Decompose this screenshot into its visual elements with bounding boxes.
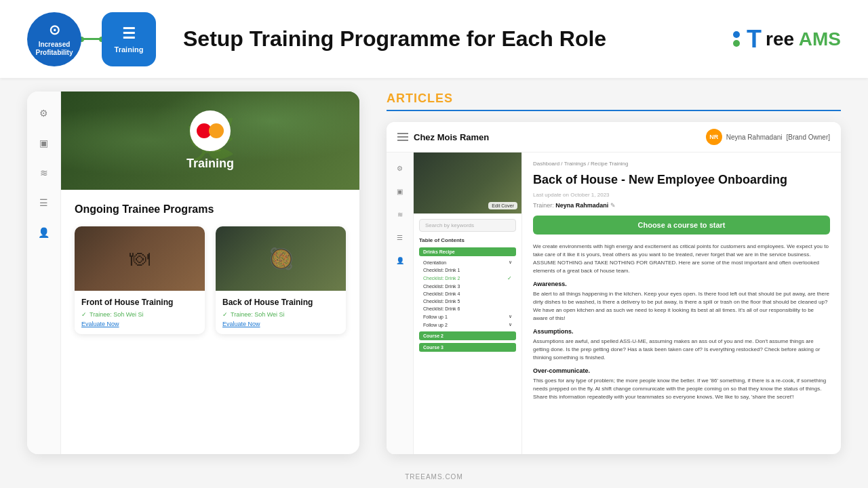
footer: TREEAMS.COM <box>0 468 868 486</box>
mc-yellow-circle <box>209 123 224 138</box>
sub-item-label-3: Checklist: Drink 3 <box>423 284 460 289</box>
articles-header: ARTICLES <box>387 92 841 111</box>
sub-items: Orientation ∨ Checklist: Drink 1 Checkli… <box>419 258 516 329</box>
trainer-line: Trainer: Neyna Rahmadani ✎ <box>533 202 830 209</box>
nav-icon-chart[interactable]: ≋ <box>394 208 406 220</box>
search-box[interactable]: Search by keywords <box>419 219 516 232</box>
sub-item-label-4: Checklist: Drink 4 <box>423 291 460 296</box>
foh-image-placeholder: 🍽 <box>75 226 205 291</box>
step-profitability: ⊙ Increased Profitability <box>27 12 81 66</box>
start-course-button[interactable]: Choose a course to start <box>533 216 830 235</box>
sidebar-icon-tablet[interactable]: ▣ <box>36 135 52 151</box>
section1-body: Be alert to all things happening in the … <box>533 290 830 323</box>
check-icon: ✓ <box>81 311 87 318</box>
foh-title: Front of House Training <box>81 298 198 307</box>
sub-item-0[interactable]: Orientation ∨ <box>419 258 516 266</box>
training-cards: 🍽 Front of House Training ✓ Trainee: Soh… <box>75 226 346 334</box>
hero-label: Training <box>186 157 234 171</box>
articles-title: ARTICLES <box>387 92 841 106</box>
course-thumbnail: Edit Cover <box>414 152 521 214</box>
edit-cover-button[interactable]: Edit Cover <box>488 202 517 209</box>
boh-evaluate[interactable]: Evaluate Now <box>222 321 339 327</box>
sidebar-icon-settings[interactable]: ⚙ <box>36 105 52 121</box>
right-mockup: Chez Mois Ramen NR Neyna Rahmadani [Bran… <box>387 122 841 454</box>
brand-name: Chez Mois Ramen <box>414 132 489 142</box>
course-item-1[interactable]: Drinks Recipe <box>419 247 516 256</box>
hero-logo-circle <box>190 110 231 151</box>
sidebar-icon-list[interactable]: ☰ <box>36 195 52 211</box>
breadcrumb: Dashboard / Trainings / Recipe Training <box>533 161 830 167</box>
mockup-right-content: Dashboard / Trainings / Recipe Training … <box>522 152 841 454</box>
boh-trainee-label: Trainee: Soh Wei Si <box>231 311 285 318</box>
main-content: ⚙ ▣ ≋ ☰ 👤 🌿 Training <box>0 78 868 468</box>
app-sidebar: ⚙ ▣ ≋ ☰ 👤 <box>27 92 61 454</box>
boh-trainee: ✓ Trainee: Soh Wei Si <box>222 311 339 318</box>
sub-item-4[interactable]: Checklist: Drink 4 <box>419 290 516 298</box>
course-nav-panel: Search by keywords Table of Contents Dri… <box>414 214 521 454</box>
training-card-foh[interactable]: 🍽 Front of House Training ✓ Trainee: Soh… <box>75 226 205 334</box>
section3-title: Over-communicate. <box>533 367 830 374</box>
boh-check-icon: ✓ <box>222 311 228 318</box>
sub-item-label-7: Follow up 1 <box>423 314 448 319</box>
card-image-boh: 🥘 <box>216 226 346 291</box>
nav-icon-settings[interactable]: ⚙ <box>394 162 406 174</box>
section3-body: This goes for any type of problem; the m… <box>533 377 830 401</box>
app-hero: 🌿 Training <box>61 92 359 190</box>
mockup-brand: Chez Mois Ramen <box>397 132 489 142</box>
header-left: ⊙ Increased Profitability ☰ Training Set… <box>27 12 606 66</box>
step-connector <box>81 38 102 40</box>
trainer-label: Trainer: <box>533 202 554 209</box>
mockup-left-nav: ⚙ ▣ ≋ ☰ 👤 <box>387 152 414 454</box>
mockup-topbar: Chez Mois Ramen NR Neyna Rahmadani [Bran… <box>387 122 841 152</box>
sub-item-8[interactable]: Follow up 2 ∨ <box>419 321 516 329</box>
toc-title: Table of Contents <box>419 237 516 243</box>
section2-body: Assumptions are awful, and spelled ASS-U… <box>533 338 830 362</box>
check-icon-2: ✓ <box>507 275 512 281</box>
hamburger-menu[interactable] <box>397 133 408 141</box>
nav-icon-users[interactable]: 👤 <box>394 254 406 266</box>
sub-item-label-5: Checklist: Drink 5 <box>423 299 460 304</box>
sub-item-label-1: Checklist: Drink 1 <box>423 268 460 272</box>
profitability-line1: Increased <box>39 41 71 49</box>
user-avatar: NR <box>706 129 722 145</box>
section1-title: Awareness. <box>533 281 830 287</box>
footer-text: TREEAMS.COM <box>405 473 462 481</box>
sub-item-label-8: Follow up 2 <box>423 323 448 327</box>
sub-item-2[interactable]: Checklist: Drink 2 ✓ <box>419 274 516 283</box>
mastercard-icon <box>197 123 224 140</box>
course-main-title: Back of House - New Employee Onboarding <box>533 172 830 188</box>
sidebar-icon-chart[interactable]: ≋ <box>36 165 52 181</box>
app-body: Ongoing Trainee Programs 🍽 Front of Hous… <box>61 190 359 454</box>
boh-image-placeholder: 🥘 <box>216 226 346 291</box>
sidebar-icon-users[interactable]: 👤 <box>36 224 52 241</box>
card-image-foh: 🍽 <box>75 226 205 291</box>
sub-item-5[interactable]: Checklist: Drink 5 <box>419 298 516 305</box>
nav-icon-list[interactable]: ☰ <box>394 231 406 243</box>
sub-item-1[interactable]: Checklist: Drink 1 <box>419 266 516 274</box>
edit-icon[interactable]: ✎ <box>610 202 616 209</box>
card-info-foh: Front of House Training ✓ Trainee: Soh W… <box>75 291 205 334</box>
sub-item-7[interactable]: Follow up 1 ∨ <box>419 312 516 321</box>
logo: T ree AMS <box>733 25 841 54</box>
nav-icon-tablet[interactable]: ▣ <box>394 185 406 197</box>
last-update: Last update on October 1, 2023 <box>533 192 830 198</box>
chevron-icon-7: ∨ <box>509 314 512 319</box>
training-label: Training <box>115 45 144 54</box>
logo-circles <box>733 31 740 47</box>
page-title: Setup Training Programme for Each Role <box>183 26 606 52</box>
app-main: 🌿 Training Ongoing Trainee Programs <box>61 92 359 454</box>
course-item-2[interactable]: Course 2 <box>419 331 516 340</box>
logo-icon <box>733 31 743 47</box>
sub-item-6[interactable]: Checklist: Drink 6 <box>419 305 516 312</box>
sub-item-label-0: Orientation <box>423 260 446 265</box>
logo-text: ree AMS <box>766 28 841 50</box>
training-card-boh[interactable]: 🥘 Back of House Training ✓ Trainee: Soh … <box>216 226 346 334</box>
foh-evaluate[interactable]: Evaluate Now <box>81 321 198 327</box>
course-item-3[interactable]: Course 3 <box>419 343 516 352</box>
sub-item-3[interactable]: Checklist: Drink 3 <box>419 283 516 290</box>
foh-trainee-label: Trainee: Soh Wei Si <box>90 311 144 318</box>
foh-trainee: ✓ Trainee: Soh Wei Si <box>81 311 198 318</box>
articles-divider <box>387 110 841 111</box>
logo-dot-blue <box>733 31 740 38</box>
hero-content: Training <box>186 110 234 171</box>
